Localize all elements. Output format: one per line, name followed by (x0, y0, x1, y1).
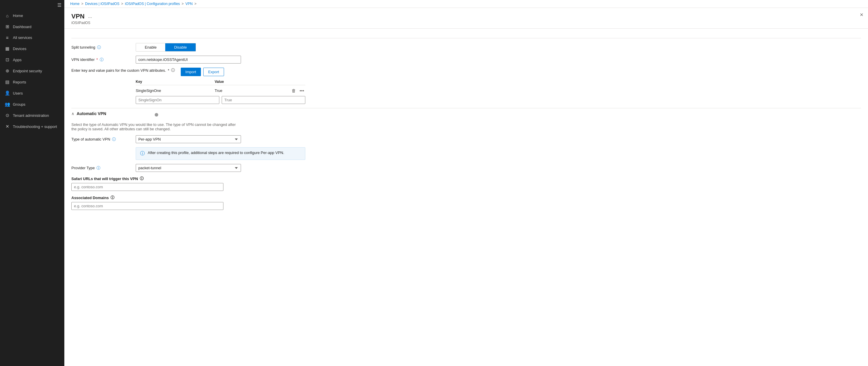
kv-value-header: Value (215, 80, 291, 84)
safari-urls-info-icon[interactable]: ⓘ (140, 176, 144, 181)
breadcrumb-config-profiles[interactable]: iOS/iPadOS | Configuration profiles (125, 2, 180, 6)
associated-domains-label: Associated Domains ⓘ (71, 195, 861, 200)
reports-icon: ▤ (5, 79, 10, 85)
form-body: Split tunneling ⓘ Enable Disable VPN ide… (64, 29, 868, 220)
automatic-vpn-section-header: ∧ Automatic VPN (71, 108, 861, 119)
split-tunneling-enable-button[interactable]: Enable (136, 43, 165, 51)
panel-title-area: VPN ... iOS/iPadOS (71, 12, 92, 25)
per-app-vpn-info-box: ⓘ After creating this profile, additiona… (136, 147, 305, 160)
split-tunneling-info-icon[interactable]: ⓘ (97, 45, 101, 50)
sidebar-item-label: Endpoint security (13, 69, 42, 73)
custom-attributes-section: Enter key and value pairs for the custom… (71, 68, 861, 104)
kv-value-value: True (215, 88, 291, 93)
sidebar-item-apps[interactable]: ⊡ Apps (0, 54, 64, 65)
more-row-button[interactable]: ••• (298, 88, 305, 94)
panel-header: VPN ... iOS/iPadOS × (64, 8, 868, 29)
sidebar-collapse-button[interactable]: ☰ (0, 0, 64, 10)
sidebar-item-dashboard[interactable]: ⊞ Dashboard (0, 21, 64, 32)
sidebar-item-label: Groups (13, 102, 26, 107)
delete-row-button[interactable]: 🗑 (290, 88, 297, 94)
sidebar-item-label: All services (13, 35, 32, 40)
breadcrumb: Home > Devices | iOS/iPadOS > iOS/iPadOS… (70, 2, 196, 6)
split-tunneling-label: Split tunneling ⓘ (71, 45, 130, 50)
custom-attributes-info-icon[interactable]: ⓘ (171, 68, 175, 73)
dashboard-icon: ⊞ (5, 24, 10, 29)
sidebar-item-label: Dashboard (13, 25, 32, 29)
sidebar-item-label: Devices (13, 47, 26, 51)
associated-domains-info-icon[interactable]: ⓘ (111, 195, 114, 200)
safari-urls-label: Safari URLs that will trigger this VPN ⓘ (71, 176, 861, 181)
associated-domains-input[interactable] (71, 202, 223, 210)
troubleshooting-icon: ✕ (5, 124, 10, 129)
table-row: SingleSignOne True 🗑 ••• (136, 86, 305, 95)
provider-type-select[interactable]: packet-tunnel app-proxy (136, 164, 241, 172)
vpn-identifier-input[interactable] (136, 56, 241, 63)
kv-row-actions: 🗑 ••• (291, 88, 305, 94)
sidebar: ☰ ⌂ Home ⊞ Dashboard ≡ All services ▦ De… (0, 0, 64, 366)
info-box-icon: ⓘ (140, 150, 145, 157)
kv-actions-header (291, 80, 305, 84)
provider-type-label: Provider Type ⓘ (71, 165, 130, 171)
breadcrumb-sep-1: > (81, 2, 83, 6)
breadcrumb-devices[interactable]: Devices | iOS/iPadOS (85, 2, 119, 6)
devices-icon: ▦ (5, 46, 10, 51)
sidebar-item-all-services[interactable]: ≡ All services (0, 32, 64, 43)
breadcrumb-sep-2: > (121, 2, 123, 6)
split-tunneling-row: Split tunneling ⓘ Enable Disable (71, 43, 861, 52)
sidebar-item-reports[interactable]: ▤ Reports (0, 77, 64, 88)
vpn-identifier-row: VPN identifier * ⓘ (71, 56, 861, 63)
custom-attributes-label: Enter key and value pairs for the custom… (71, 68, 175, 73)
vpn-identifier-required: * (96, 57, 98, 62)
all-services-icon: ≡ (5, 35, 10, 40)
panel-ellipsis-button[interactable]: ... (88, 14, 92, 19)
vpn-identifier-label: VPN identifier * ⓘ (71, 57, 130, 62)
import-button[interactable]: Import (181, 68, 201, 76)
kv-input-row (136, 96, 305, 104)
sidebar-item-home[interactable]: ⌂ Home (0, 10, 64, 21)
automatic-vpn-type-label: Type of automatic VPN ⓘ (71, 137, 130, 142)
safari-urls-section: Safari URLs that will trigger this VPN ⓘ (71, 176, 861, 191)
kv-key-header: Key (136, 80, 215, 84)
sidebar-item-label: Apps (13, 58, 22, 62)
sidebar-item-users[interactable]: 👤 Users (0, 88, 64, 99)
split-tunneling-disable-button[interactable]: Disable (165, 43, 195, 51)
sidebar-item-groups[interactable]: 👥 Groups (0, 99, 64, 110)
provider-type-info-icon[interactable]: ⓘ (96, 165, 100, 171)
panel-subtitle: iOS/iPadOS (71, 21, 92, 25)
kv-key-input[interactable] (136, 96, 219, 104)
sidebar-item-tenant-admin[interactable]: ⊙ Tenant administration (0, 110, 64, 121)
top-divider (71, 38, 861, 38)
kv-table-header: Key Value (136, 79, 305, 85)
collapse-icon[interactable]: ☰ (57, 2, 61, 8)
sidebar-item-troubleshooting[interactable]: ✕ Troubleshooting + support (0, 121, 64, 132)
breadcrumb-home[interactable]: Home (70, 2, 80, 6)
close-panel-button[interactable]: × (860, 11, 863, 18)
kv-key-value: SingleSignOne (136, 88, 215, 93)
sidebar-item-devices[interactable]: ▦ Devices (0, 43, 64, 54)
kv-value-input[interactable] (222, 96, 305, 104)
sidebar-item-endpoint-security[interactable]: ⊛ Endpoint security (0, 65, 64, 77)
provider-type-row: Provider Type ⓘ packet-tunnel app-proxy (71, 164, 861, 172)
content-area: VPN ... iOS/iPadOS × Split tunneling ⓘ (64, 8, 868, 366)
automatic-vpn-type-info-icon[interactable]: ⓘ (112, 137, 116, 142)
sidebar-item-label: Reports (13, 80, 26, 84)
main-content: Home > Devices | iOS/iPadOS > iOS/iPadOS… (64, 0, 868, 366)
automatic-vpn-title: Automatic VPN (76, 111, 106, 116)
vpn-panel: VPN ... iOS/iPadOS × Split tunneling ⓘ (64, 8, 868, 366)
safari-urls-input[interactable] (71, 183, 223, 191)
split-tunneling-toggle: Enable Disable (136, 43, 196, 52)
custom-attributes-actions: Import Export (181, 68, 224, 76)
associated-domains-section: Associated Domains ⓘ (71, 195, 861, 210)
collapse-section-icon[interactable]: ∧ (71, 111, 74, 116)
sidebar-item-label: Users (13, 91, 23, 95)
breadcrumb-sep-4: > (194, 2, 196, 6)
info-box-text: After creating this profile, additional … (148, 150, 284, 155)
custom-attributes-required: * (168, 68, 169, 73)
automatic-vpn-type-select[interactable]: Per-app VPN On-demand VPN (136, 135, 241, 143)
vpn-identifier-info-icon[interactable]: ⓘ (100, 57, 103, 62)
export-button[interactable]: Export (203, 68, 224, 76)
breadcrumb-vpn[interactable]: VPN (185, 2, 193, 6)
endpoint-security-icon: ⊛ (5, 68, 10, 74)
home-icon: ⌂ (5, 13, 10, 18)
kv-table: Key Value SingleSignOne True 🗑 ••• (136, 79, 305, 104)
